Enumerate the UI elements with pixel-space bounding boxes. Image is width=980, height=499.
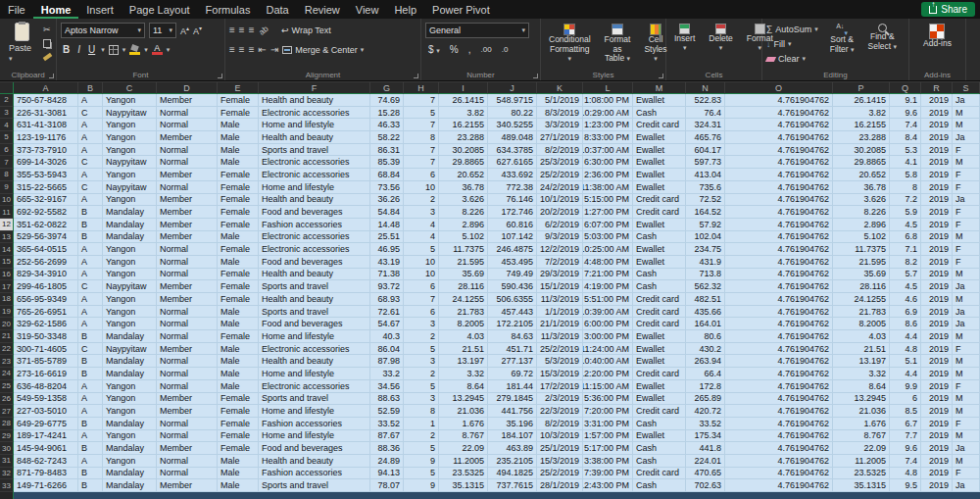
cell[interactable]: 2019 <box>921 442 953 455</box>
cell[interactable]: Female <box>218 243 259 256</box>
delete-cells-button[interactable]: Delete <box>705 24 737 51</box>
cell[interactable]: Ewallet <box>633 380 686 393</box>
cell[interactable]: Normal <box>157 306 218 319</box>
cell[interactable]: 4.761904762 <box>725 94 833 107</box>
cell[interactable]: 23.5325 <box>833 468 890 480</box>
cell[interactable]: 6.8 <box>890 231 921 244</box>
cell[interactable]: Cash <box>633 418 686 430</box>
row-header-16[interactable]: 16 <box>0 269 14 281</box>
cell[interactable]: Female <box>218 269 259 281</box>
cell[interactable]: Naypyitaw <box>103 181 157 194</box>
cell[interactable]: 24.1255 <box>439 293 488 306</box>
cell[interactable]: 373-73-7910 <box>14 144 78 157</box>
cell[interactable]: 181.44 <box>488 380 537 393</box>
cell[interactable]: 4.761904762 <box>725 330 833 343</box>
cell[interactable]: 12/2/2019 <box>537 243 583 256</box>
row-header-8[interactable]: 8 <box>0 169 14 181</box>
cell[interactable]: Ewallet <box>633 144 686 157</box>
cell[interactable]: Credit card <box>633 318 686 330</box>
cell[interactable]: 829-34-3910 <box>14 269 78 281</box>
cell[interactable]: C <box>78 280 103 293</box>
cell[interactable]: C <box>78 156 103 169</box>
cell[interactable]: Ewallet <box>633 355 686 368</box>
cell[interactable]: Mandalay <box>103 330 157 343</box>
align-right-button[interactable]: ≡ <box>249 45 255 55</box>
cell[interactable]: A <box>78 430 103 443</box>
cell[interactable]: Health and beauty <box>259 269 370 281</box>
cell[interactable]: 14.48 <box>370 219 404 231</box>
cell[interactable]: 549-59-1358 <box>14 393 78 406</box>
row-header-3[interactable]: 3 <box>0 107 14 120</box>
align-top-button[interactable]: ≡ <box>229 25 235 35</box>
cell[interactable]: 506.6355 <box>488 293 537 306</box>
cell[interactable]: 10 <box>404 181 439 194</box>
row-header-20[interactable]: 20 <box>0 318 14 330</box>
column-header-H[interactable]: H <box>404 82 439 94</box>
cell[interactable]: 2019 <box>921 131 953 144</box>
cell[interactable]: 17/2/2019 <box>537 380 583 393</box>
cell[interactable]: Female <box>218 206 259 219</box>
cell[interactable]: Yangon <box>103 131 157 144</box>
column-header-O[interactable]: O <box>725 82 833 94</box>
cell[interactable]: 750-67-8428 <box>14 94 78 107</box>
cell[interactable]: Ja <box>953 479 980 492</box>
cell[interactable]: Naypyitaw <box>103 280 157 293</box>
cell[interactable]: 26.1415 <box>833 94 890 107</box>
cell[interactable]: A <box>78 94 103 107</box>
cell[interactable]: 8.2005 <box>439 318 488 330</box>
cell[interactable]: 6.9 <box>890 306 921 319</box>
cell[interactable]: 8.2005 <box>833 318 890 330</box>
row-header-32[interactable]: 32 <box>0 468 14 480</box>
cell[interactable]: A <box>78 380 103 393</box>
menu-tab-insert[interactable]: Insert <box>78 0 122 19</box>
cell[interactable]: Yangon <box>103 256 157 269</box>
cell[interactable]: 5.102 <box>439 231 488 244</box>
cell[interactable]: Ewallet <box>633 94 686 107</box>
cell[interactable]: 6 <box>404 169 439 181</box>
cell[interactable]: 5.1 <box>890 355 921 368</box>
cell[interactable]: 11.2005 <box>833 455 890 468</box>
cell[interactable]: 4:19:00 PM <box>583 280 633 293</box>
cell[interactable]: 29.8865 <box>833 156 890 169</box>
cell[interactable]: 692-92-5582 <box>14 206 78 219</box>
cell[interactable]: 172.8 <box>686 380 725 393</box>
cell[interactable]: 4.761904762 <box>725 119 833 131</box>
cell[interactable]: Female <box>218 219 259 231</box>
cell[interactable]: 3.32 <box>439 368 488 380</box>
cell[interactable]: 60.816 <box>488 219 537 231</box>
cell[interactable]: Mandalay <box>103 442 157 455</box>
cell[interactable]: 123-19-1176 <box>14 131 78 144</box>
cell[interactable]: 2.896 <box>833 219 890 231</box>
cell[interactable]: A <box>78 393 103 406</box>
cell[interactable]: 413.04 <box>686 169 725 181</box>
cell[interactable]: F <box>953 256 980 269</box>
cell[interactable]: 46.95 <box>370 243 404 256</box>
addins-button[interactable]: Add-ins <box>919 24 956 49</box>
copy-button[interactable] <box>43 37 52 49</box>
cell[interactable]: 562.32 <box>686 280 725 293</box>
cell[interactable]: 2 <box>404 430 439 443</box>
cell[interactable]: 2019 <box>921 269 953 281</box>
cell[interactable]: Ja <box>953 442 980 455</box>
cell[interactable]: 189-17-4241 <box>14 430 78 443</box>
cell[interactable]: 3 <box>404 206 439 219</box>
cell[interactable]: Credit card <box>633 119 686 131</box>
cell[interactable]: 13.197 <box>439 355 488 368</box>
cell[interactable]: 21.595 <box>833 256 890 269</box>
column-header-P[interactable]: P <box>833 82 890 94</box>
cell[interactable]: 2019 <box>921 468 953 480</box>
cell[interactable]: Male <box>218 380 259 393</box>
cell[interactable]: 2019 <box>921 318 953 330</box>
column-header-G[interactable]: G <box>370 82 404 94</box>
cell[interactable]: 4.761904762 <box>725 405 833 418</box>
cell[interactable]: 4.761904762 <box>725 144 833 157</box>
cell[interactable]: Home and lifestyle <box>259 181 370 194</box>
row-header-21[interactable]: 21 <box>0 330 14 343</box>
cell[interactable]: C <box>78 181 103 194</box>
menu-tab-formulas[interactable]: Formulas <box>198 0 259 19</box>
share-button[interactable]: Share <box>921 2 975 17</box>
cell[interactable]: 71.38 <box>370 269 404 281</box>
cell[interactable]: 5:03:00 PM <box>583 231 633 244</box>
cell[interactable]: 482.51 <box>686 293 725 306</box>
cell[interactable]: 15/1/2019 <box>537 280 583 293</box>
